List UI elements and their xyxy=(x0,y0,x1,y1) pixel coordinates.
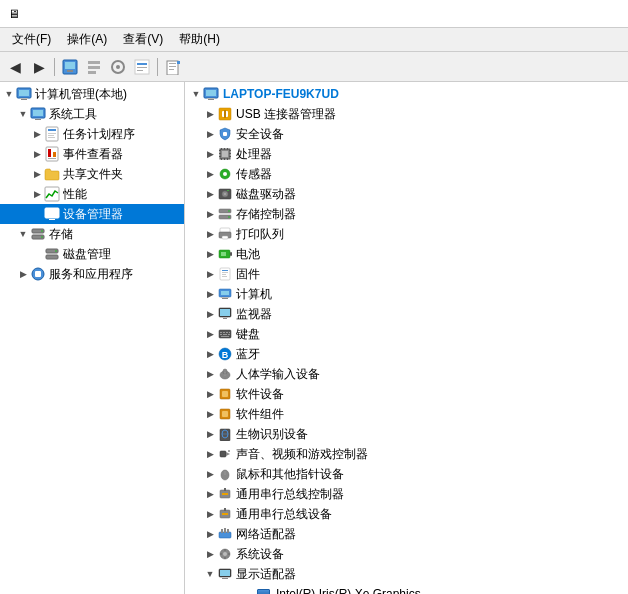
left-tree-item[interactable]: 任务计划程序 xyxy=(0,124,184,144)
item-arrow[interactable] xyxy=(203,169,217,179)
right-tree-item[interactable]: 监视器 xyxy=(185,304,628,324)
tree-arrow[interactable] xyxy=(30,149,44,159)
svg-rect-96 xyxy=(222,317,228,318)
item-arrow[interactable] xyxy=(203,489,217,499)
tree-arrow[interactable] xyxy=(16,269,30,279)
right-tree-item[interactable]: 显示适配器 xyxy=(185,564,628,584)
item-icon xyxy=(217,486,233,502)
svg-rect-62 xyxy=(219,150,221,151)
left-tree-item[interactable]: 存储 xyxy=(0,224,184,244)
tree-arrow[interactable] xyxy=(16,109,30,119)
item-arrow[interactable] xyxy=(203,469,217,479)
toolbar-btn-4[interactable] xyxy=(131,56,153,78)
right-tree-item[interactable]: 键盘 xyxy=(185,324,628,344)
right-tree-item[interactable]: 固件 xyxy=(185,264,628,284)
tree-arrow[interactable] xyxy=(30,169,44,179)
right-tree-item[interactable]: 通用串行总线控制器 xyxy=(185,484,628,504)
right-tree-item[interactable]: 安全设备 xyxy=(185,124,628,144)
item-label: 鼠标和其他指针设备 xyxy=(236,466,344,483)
tree-icon xyxy=(44,166,60,182)
toolbar-btn-2[interactable] xyxy=(83,56,105,78)
right-tree-item[interactable]: 通用串行总线设备 xyxy=(185,504,628,524)
right-tree-item[interactable]: 计算机 xyxy=(185,284,628,304)
svg-rect-48 xyxy=(208,99,214,100)
svg-rect-20 xyxy=(20,98,28,99)
menu-item[interactable]: 操作(A) xyxy=(59,29,115,50)
left-tree-item[interactable]: 设备管理器 xyxy=(0,204,184,224)
item-arrow[interactable] xyxy=(203,309,217,319)
right-tree-item[interactable]: 处理器 xyxy=(185,144,628,164)
tree-icon xyxy=(30,106,46,122)
item-arrow[interactable] xyxy=(203,569,217,579)
svg-rect-124 xyxy=(222,493,228,495)
item-arrow[interactable] xyxy=(203,409,217,419)
tree-arrow[interactable] xyxy=(30,189,44,199)
right-tree-item[interactable]: 电池 xyxy=(185,244,628,264)
toolbar: ◀ ▶ xyxy=(0,52,628,82)
menu-item[interactable]: 帮助(H) xyxy=(171,29,228,50)
left-panel: 计算机管理(本地)系统工具任务计划程序事件查看器共享文件夹性能设备管理器存储磁盘… xyxy=(0,82,185,594)
item-arrow[interactable] xyxy=(203,549,217,559)
header-arrow[interactable] xyxy=(189,89,203,99)
item-arrow[interactable] xyxy=(203,369,217,379)
left-tree-item[interactable]: 事件查看器 xyxy=(0,144,184,164)
menu-item[interactable]: 文件(F) xyxy=(4,29,59,50)
tree-icon xyxy=(44,146,60,162)
right-tree-item[interactable]: 人体学输入设备 xyxy=(185,364,628,384)
item-arrow[interactable] xyxy=(203,149,217,159)
right-tree-item[interactable]: 网络适配器 xyxy=(185,524,628,544)
item-arrow[interactable] xyxy=(203,209,217,219)
tree-label: 存储 xyxy=(49,226,73,243)
right-tree-item[interactable]: 软件设备 xyxy=(185,384,628,404)
toolbar-btn-1[interactable] xyxy=(59,56,81,78)
item-label: 通用串行总线设备 xyxy=(236,506,332,523)
right-tree-item[interactable]: 打印队列 xyxy=(185,224,628,244)
right-tree-item[interactable]: 声音、视频和游戏控制器 xyxy=(185,444,628,464)
item-arrow[interactable] xyxy=(203,269,217,279)
item-arrow[interactable] xyxy=(203,509,217,519)
right-tree-item[interactable]: 存储控制器 xyxy=(185,204,628,224)
item-arrow[interactable] xyxy=(203,189,217,199)
right-tree-item[interactable]: USB 连接器管理器 xyxy=(185,104,628,124)
toolbar-btn-5[interactable] xyxy=(162,56,184,78)
item-arrow[interactable] xyxy=(203,429,217,439)
right-tree-item[interactable]: 生物识别设备 xyxy=(185,424,628,444)
right-tree-item[interactable]: 系统设备 xyxy=(185,544,628,564)
item-label: 处理器 xyxy=(236,146,272,163)
svg-rect-95 xyxy=(223,318,227,319)
right-tree-item[interactable]: 磁盘驱动器 xyxy=(185,184,628,204)
left-tree-item[interactable]: 磁盘管理 xyxy=(0,244,184,264)
tree-arrow[interactable] xyxy=(30,129,44,139)
left-tree-item[interactable]: 计算机管理(本地) xyxy=(0,84,184,104)
right-tree-item[interactable]: 软件组件 xyxy=(185,404,628,424)
back-button[interactable]: ◀ xyxy=(4,56,26,78)
item-arrow[interactable] xyxy=(203,289,217,299)
tree-arrow[interactable] xyxy=(2,89,16,99)
tree-arrow[interactable] xyxy=(16,229,30,239)
svg-rect-88 xyxy=(222,276,227,277)
svg-rect-137 xyxy=(220,554,222,555)
item-arrow[interactable] xyxy=(203,449,217,459)
item-arrow[interactable] xyxy=(203,129,217,139)
left-tree-item[interactable]: 共享文件夹 xyxy=(0,164,184,184)
item-arrow[interactable] xyxy=(203,229,217,239)
left-tree-item[interactable]: 性能 xyxy=(0,184,184,204)
toolbar-btn-3[interactable] xyxy=(107,56,129,78)
right-tree-item[interactable]: 传感器 xyxy=(185,164,628,184)
left-tree-item[interactable]: 系统工具 xyxy=(0,104,184,124)
right-panel-header[interactable]: LAPTOP-FEU9K7UD xyxy=(185,84,628,104)
item-arrow[interactable] xyxy=(203,109,217,119)
item-icon xyxy=(217,146,233,162)
item-arrow[interactable] xyxy=(203,389,217,399)
item-arrow[interactable] xyxy=(203,249,217,259)
menu-item[interactable]: 查看(V) xyxy=(115,29,171,50)
tree-icon xyxy=(44,246,60,262)
item-arrow[interactable] xyxy=(203,349,217,359)
right-tree-item[interactable]: B蓝牙 xyxy=(185,344,628,364)
right-tree-item[interactable]: Intel(R) Iris(R) Xe Graphics xyxy=(185,584,628,594)
item-arrow[interactable] xyxy=(203,329,217,339)
right-tree-item[interactable]: 鼠标和其他指针设备 xyxy=(185,464,628,484)
forward-button[interactable]: ▶ xyxy=(28,56,50,78)
left-tree-item[interactable]: 服务和应用程序 xyxy=(0,264,184,284)
item-arrow[interactable] xyxy=(203,529,217,539)
